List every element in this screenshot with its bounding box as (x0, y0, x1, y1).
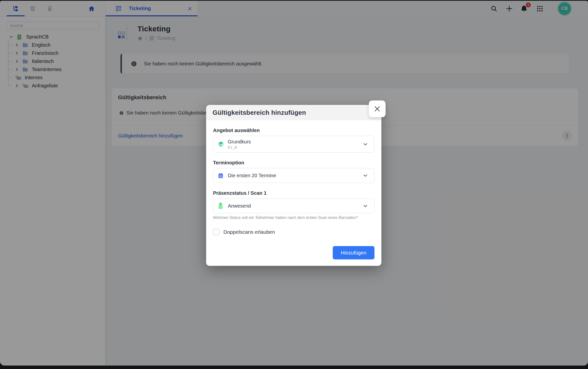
offer-select-subtitle: E1_B (228, 145, 251, 149)
field-label-presence-status: Präsenzstatus / Scan 1 (213, 190, 374, 196)
checkbox-label: Doppelscans erlauben (223, 229, 275, 235)
chevron-down-icon (362, 203, 368, 209)
presence-status-select[interactable]: Anwesend (213, 198, 374, 213)
modal-body: Angebot auswählen Grundkurs E1_B (206, 128, 381, 266)
clipboard-icon (218, 202, 224, 210)
allow-double-scans-checkbox[interactable] (213, 229, 219, 235)
modal-title: Gültigkeitsbereich hinzufügen (213, 109, 306, 117)
add-validity-scope-modal: Gültigkeitsbereich hinzufügen Angebot au… (206, 105, 381, 266)
date-option-select-value: Die ersten 20 Termine (228, 173, 276, 178)
chevron-down-icon (362, 173, 368, 178)
modal-header: Gültigkeitsbereich hinzufügen (206, 105, 381, 120)
offer-select-value: Grundkurs (228, 139, 251, 145)
allow-double-scans-option[interactable]: Doppelscans erlauben (213, 229, 374, 235)
submit-button[interactable]: Hinzufügen (333, 246, 374, 259)
presence-status-helper-text: Welchen Status soll ein Teilnehmer haben… (213, 215, 374, 220)
offer-select[interactable]: Grundkurs E1_B (213, 136, 374, 153)
calendar-icon (218, 173, 224, 179)
date-option-select[interactable]: Die ersten 20 Termine (213, 168, 374, 183)
field-label-offer: Angebot auswählen (213, 128, 374, 133)
modal-close-button[interactable] (369, 100, 386, 117)
screen: Ticketing (0, 0, 588, 369)
package-cube-icon (218, 141, 224, 148)
presence-status-select-value: Anwesend (228, 203, 251, 209)
field-label-date-option: Terminoption (213, 160, 374, 166)
chevron-down-icon (362, 141, 368, 147)
